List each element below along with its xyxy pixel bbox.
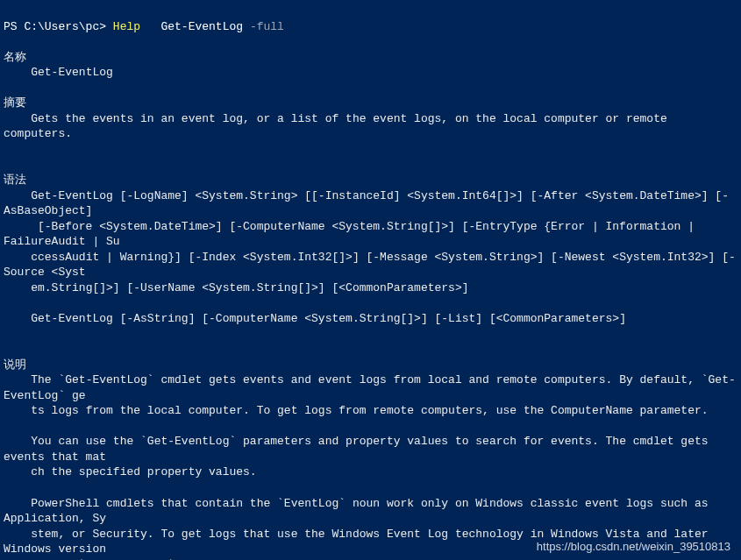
command-args: Get-EventLog bbox=[140, 20, 250, 33]
section-name-header: 名称 bbox=[4, 51, 26, 64]
section-syntax-header: 语法 bbox=[4, 174, 26, 187]
command-name: Help bbox=[113, 20, 140, 33]
desc-line-4: ch the specified property values. bbox=[4, 465, 257, 478]
section-name-value: Get-EventLog bbox=[4, 66, 113, 79]
desc-line-5: PowerShell cmdlets that contain the `Eve… bbox=[4, 497, 715, 526]
syntax-line-3: ccessAudit | Warning}] [-Index <System.I… bbox=[4, 251, 736, 280]
source-watermark: https://blog.csdn.net/weixin_39510813 bbox=[537, 539, 730, 555]
powershell-terminal[interactable]: PS C:\Users\pc> Help Get-EventLog -full … bbox=[0, 0, 741, 560]
syntax-line-2: [-Before <System.DateTime>] [-ComputerNa… bbox=[4, 220, 702, 249]
syntax-line-4: em.String[]>] [-UserName <System.String[… bbox=[4, 281, 469, 294]
desc-line-2: ts logs from the local computer. To get … bbox=[4, 404, 709, 417]
section-synopsis-value: Gets the events in an event log, or a li… bbox=[4, 112, 674, 141]
prompt-prefix: PS C:\Users\pc> bbox=[4, 20, 113, 33]
section-description-header: 说明 bbox=[4, 358, 26, 372]
command-flag: -full bbox=[250, 20, 284, 33]
desc-line-3: You can use the `Get-EventLog` parameter… bbox=[4, 435, 715, 464]
section-synopsis-header: 摘要 bbox=[4, 96, 26, 110]
syntax-line-1: Get-EventLog [-LogName] <System.String> … bbox=[4, 189, 729, 218]
desc-line-1: The `Get-EventLog` cmdlet gets events an… bbox=[4, 373, 736, 402]
syntax-line-5: Get-EventLog [-AsString] [-ComputerName … bbox=[4, 312, 626, 325]
